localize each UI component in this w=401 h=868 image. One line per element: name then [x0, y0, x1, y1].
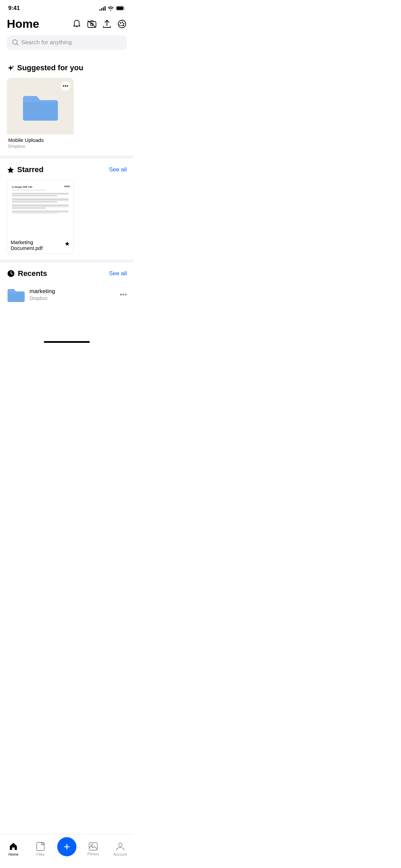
battery-icon: [116, 6, 125, 11]
clock-icon: [7, 269, 15, 278]
pdf-line: [12, 208, 46, 208]
pdf-line: [12, 190, 46, 191]
svg-point-6: [118, 20, 126, 28]
pdf-line: [12, 213, 57, 214]
svg-point-7: [120, 22, 121, 24]
header-actions: [72, 19, 127, 29]
svg-rect-1: [117, 7, 123, 10]
pdf-line: [12, 194, 69, 195]
starred-see-all-button[interactable]: See all: [109, 166, 127, 173]
signal-icon: [99, 6, 106, 11]
recents-header: Recents See all: [7, 269, 127, 278]
suggested-card[interactable]: ••• Mobile Uploads Dropbox: [7, 78, 74, 150]
search-placeholder: Search for anything: [21, 39, 72, 46]
recents-title: Recents: [18, 269, 47, 278]
section-divider-2: [0, 260, 134, 262]
file-card-info: Marketing Document.pdf ★: [7, 237, 73, 254]
pdf-line: [12, 210, 69, 211]
recent-item-more-button[interactable]: •••: [120, 291, 127, 299]
svg-rect-5: [90, 21, 93, 22]
suggested-section: Suggested for you ••• Mobile Uploads Dro…: [0, 57, 134, 156]
svg-point-9: [123, 23, 124, 24]
suggested-card-subtitle: Dropbox: [8, 144, 72, 149]
star-icon: [7, 166, 14, 173]
status-bar: 9:41: [0, 0, 134, 14]
status-icons: [99, 6, 125, 11]
file-card-thumbnail: ••• A Simple PDF File: [7, 180, 73, 237]
recents-see-all-button[interactable]: See all: [109, 270, 127, 277]
starred-section: Starred See all ••• A Simple PDF File: [0, 158, 134, 260]
camera-off-icon[interactable]: [87, 19, 97, 29]
suggested-title-group: Suggested for you: [7, 63, 83, 72]
pdf-line: [12, 202, 57, 202]
recents-title-group: Recents: [7, 269, 47, 278]
suggested-card-thumbnail: •••: [7, 78, 74, 134]
pdf-line: [12, 199, 69, 200]
sparkle-icon: [7, 64, 14, 72]
home-indicator: [44, 341, 90, 343]
pdf-line: [12, 201, 69, 201]
starred-file-card[interactable]: ••• A Simple PDF File: [7, 180, 74, 254]
starred-title: Starred: [17, 165, 44, 174]
page-title: Home: [7, 17, 39, 31]
starred-header: Starred See all: [7, 165, 127, 174]
upload-icon[interactable]: [102, 19, 112, 29]
file-star-button[interactable]: ★: [64, 240, 70, 248]
pdf-line: [12, 204, 69, 205]
svg-point-8: [122, 22, 123, 23]
search-container: Search for anything: [0, 35, 134, 57]
suggested-header: Suggested for you: [7, 63, 127, 72]
pdf-line: [12, 205, 69, 206]
pdf-line: [12, 193, 69, 194]
recent-item-name: marketing: [29, 288, 115, 295]
recent-item-info: marketing Dropbox: [29, 288, 115, 301]
pdf-preview: A Simple PDF File: [12, 185, 69, 213]
folder-icon-large: [22, 91, 59, 121]
file-card-name: Marketing Document.pdf: [11, 239, 62, 251]
suggested-card-more-button[interactable]: •••: [61, 81, 70, 91]
wifi-icon: [108, 6, 114, 11]
recents-section: Recents See all marketing Dropbox •••: [0, 262, 134, 308]
recent-item-subtitle: Dropbox: [29, 296, 115, 301]
suggested-card-info: Mobile Uploads Dropbox: [7, 134, 74, 150]
page-header: Home: [0, 14, 134, 35]
file-card-more-button[interactable]: •••: [64, 183, 70, 190]
suggested-card-name: Mobile Uploads: [8, 137, 72, 143]
notification-bell-icon[interactable]: [72, 19, 82, 29]
palette-icon[interactable]: [117, 19, 127, 29]
pdf-line: [12, 198, 69, 199]
starred-title-group: Starred: [7, 165, 44, 174]
pdf-line: [12, 207, 69, 207]
recent-item[interactable]: marketing Dropbox •••: [7, 284, 127, 305]
suggested-title: Suggested for you: [17, 63, 83, 72]
search-icon: [12, 39, 19, 46]
recent-folder-icon: [7, 287, 25, 302]
pdf-preview-title: A Simple PDF File: [12, 185, 69, 189]
pdf-line: [12, 212, 69, 212]
pdf-line: [12, 195, 57, 196]
search-bar[interactable]: Search for anything: [7, 35, 127, 50]
section-divider-1: [0, 156, 134, 158]
status-time: 9:41: [8, 5, 20, 12]
